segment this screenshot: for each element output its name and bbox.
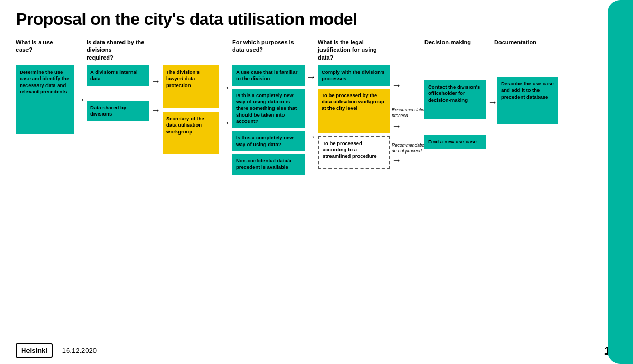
col5-content: Comply with the division's processes To …: [318, 65, 392, 169]
arrow-2-3-top-icon: →: [151, 76, 163, 87]
footer-left: Helsinki 16.12.2020: [16, 343, 97, 358]
col-header-8: Documentation: [494, 39, 558, 61]
footer-date: 16.12.2020: [62, 347, 97, 355]
rec-proceed-text: Recommendation: proceed: [392, 107, 423, 119]
arrow-2-3-bottom-icon: →: [151, 105, 163, 116]
arrows-2-3: → →: [151, 65, 163, 116]
comply-box: Comply with the division's processes: [318, 65, 390, 86]
col-header-5: What is the legaljustification for using…: [318, 39, 392, 61]
lawyer-box: The division's lawyer/ data protection: [163, 65, 219, 108]
arrow-4-5-top-icon: →: [306, 72, 318, 83]
col4-content: A use case that is familiar to the divis…: [232, 65, 306, 175]
arrow-right-icon: →: [76, 94, 86, 106]
arrow-streamlined-icon: →: [392, 155, 424, 166]
helsinki-logo: Helsinki: [16, 343, 53, 358]
describe-box: Describe the use case and add it to the …: [497, 77, 558, 124]
col7-header-text: Decision-making: [424, 39, 488, 46]
find-new-box: Find a new use case: [424, 135, 486, 149]
arrow-city-icon: →: [392, 121, 424, 132]
col5-header-text: What is the legaljustification for using…: [318, 39, 392, 61]
processed-city-box: To be processed by the data utilisation …: [318, 89, 390, 133]
page-title: Proposal on the city's data utilisation …: [16, 9, 617, 29]
col1-header-text: What is a usecase?: [16, 39, 75, 54]
determine-box: Determine the use case and identify the …: [16, 65, 74, 134]
processed-streamlined-box: To be processed according to a streamlin…: [318, 136, 390, 169]
secretary-box: Secretary of the data utilisation workgr…: [163, 112, 219, 154]
headers-row: What is a usecase? Is data shared by the…: [16, 39, 617, 61]
rec-do-not-text: Recommendation: do not proceed: [392, 142, 423, 154]
col8-header-text: Documentation: [494, 39, 558, 46]
arrows-4-5: → →: [306, 65, 318, 142]
rec-col: → Recommendation: proceed → Recommendati…: [392, 65, 424, 166]
new-way-1-box: Is this a completely new way of using da…: [232, 89, 305, 129]
page: Proposal on the city's data utilisation …: [0, 0, 633, 364]
col4-header-text: For which purposes isdata used?: [232, 39, 306, 54]
logo-text: Helsinki: [21, 347, 48, 355]
wavy-decoration: [608, 0, 633, 364]
col2-content: A division's internal data Data shared b…: [87, 65, 151, 121]
diagram: What is a usecase? Is data shared by the…: [16, 39, 617, 175]
col8-content: Describe the use case and add it to the …: [497, 65, 560, 124]
col3-content: The division's lawyer/ data protection S…: [163, 65, 221, 154]
col-header-7: Decision-making: [424, 39, 488, 61]
arrow-3-4-bottom-icon: →: [221, 118, 232, 129]
arrow-comply-icon: →: [392, 80, 424, 91]
familiar-use-case-box: A use case that is familiar to the divis…: [232, 65, 305, 86]
col-header-4: For which purposes isdata used?: [232, 39, 306, 61]
arrow-7-8: →: [488, 65, 497, 108]
arrow-1-2: →: [75, 65, 87, 106]
col7-content: Contact the division's officeholder for …: [424, 65, 488, 149]
flow-area: Determine the use case and identify the …: [16, 65, 617, 175]
col-header-1: What is a usecase?: [16, 39, 75, 61]
contact-box: Contact the division's officeholder for …: [424, 80, 486, 119]
arrows-3-4: → →: [221, 65, 232, 129]
col2-header-text: Is data shared by the divisionsrequired?: [87, 39, 151, 61]
data-shared-box: Data shared by divisions: [87, 101, 149, 121]
arrow-3-4-top-icon: →: [221, 82, 232, 93]
division-internal-box: A division's internal data: [87, 65, 149, 86]
new-way-2-box: Is this a completely new way of using da…: [232, 131, 305, 151]
arrow-contact-doc-icon: →: [488, 97, 497, 108]
col-header-2: Is data shared by the divisionsrequired?: [87, 39, 151, 61]
footer: Helsinki 16.12.2020 13: [16, 343, 617, 358]
non-confidential-box: Non-confidential data/a precedent is ava…: [232, 154, 305, 175]
arrow-4-5-bottom-icon: →: [306, 131, 318, 142]
col1-content: Determine the use case and identify the …: [16, 65, 75, 134]
